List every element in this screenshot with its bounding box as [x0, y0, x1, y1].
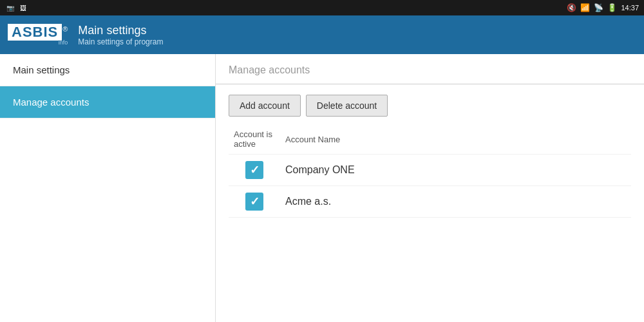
delete-account-button[interactable]: Delete account [306, 95, 388, 117]
sidebar-item-label: Main settings [13, 64, 70, 75]
screenshot-icon: 🖼 [18, 4, 28, 12]
header-titles: Main settings Main settings of program [78, 24, 163, 46]
header-main-title: Main settings [78, 24, 163, 37]
status-bar-left: 📷 🖼 [5, 4, 28, 12]
add-account-button[interactable]: Add account [229, 95, 301, 117]
signal-icon: 📡 [594, 3, 603, 12]
checkbox-checked[interactable]: ✓ [245, 161, 263, 179]
content-area: Manage accounts Add account Delete accou… [216, 54, 644, 322]
wifi-icon: 📶 [580, 3, 590, 12]
status-bar-right: 🔇 📶 📡 🔋 14:37 [567, 3, 639, 12]
checkmark-icon: ✓ [250, 194, 260, 209]
account-table: Account is active Account Name ✓ Company… [229, 127, 631, 218]
col-header-name: Account Name [280, 127, 631, 155]
status-bar: 📷 🖼 🔇 📶 📡 🔋 14:37 [0, 0, 644, 15]
content-header: Manage accounts [216, 54, 644, 84]
account-name-cell: Company ONE [280, 155, 631, 186]
table-row: ✓ Company ONE [229, 155, 631, 186]
app-header: ASBIS ® info Main settings Main settings… [0, 15, 644, 54]
col-header-active: Account is active [229, 127, 280, 155]
content-title: Manage accounts [229, 64, 310, 75]
time-display: 14:37 [621, 4, 639, 12]
table-header-row: Account is active Account Name [229, 127, 631, 155]
table-row: ✓ Acme a.s. [229, 186, 631, 218]
sidebar-item-main-settings[interactable]: Main settings [0, 54, 215, 86]
button-row: Add account Delete account [229, 95, 631, 117]
content-body: Add account Delete account Account is ac… [216, 84, 644, 228]
sidebar-item-label: Manage accounts [13, 97, 89, 108]
battery-icon: 🔋 [607, 3, 617, 12]
checkbox-checked[interactable]: ✓ [245, 193, 263, 211]
account-name-cell: Acme a.s. [280, 186, 631, 218]
account-active-cell: ✓ [229, 155, 280, 186]
sidebar: Main settings Manage accounts [0, 54, 216, 322]
mute-icon: 🔇 [567, 3, 576, 12]
main-layout: Main settings Manage accounts Manage acc… [0, 54, 644, 322]
logo-registered: ® [62, 25, 68, 33]
header-subtitle: Main settings of program [78, 37, 163, 46]
notification-icon: 📷 [5, 4, 15, 12]
account-active-cell: ✓ [229, 186, 280, 218]
checkmark-icon: ✓ [250, 163, 260, 177]
logo-container: ASBIS ® info [8, 24, 68, 46]
sidebar-item-manage-accounts[interactable]: Manage accounts [0, 86, 215, 118]
logo-text: ASBIS [8, 24, 62, 41]
logo-info: info [59, 39, 68, 46]
